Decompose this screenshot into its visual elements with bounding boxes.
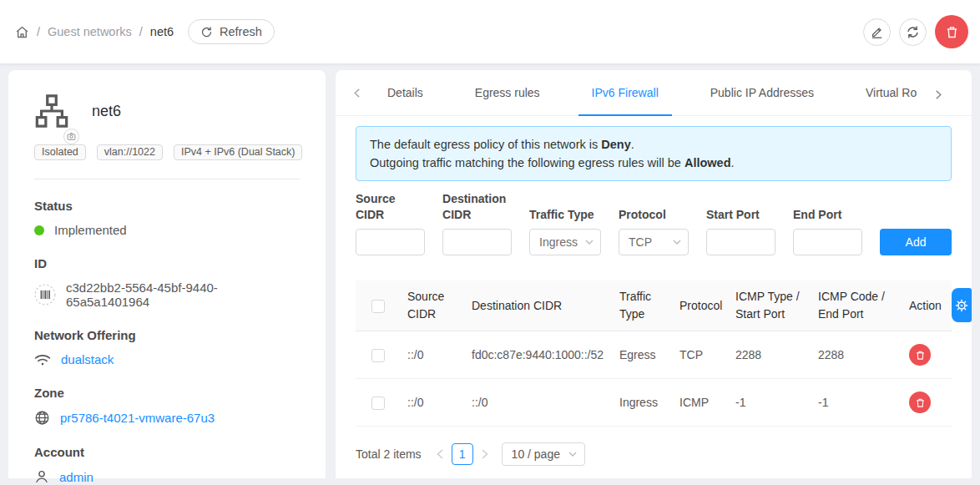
- destination-cidr-input[interactable]: [442, 229, 512, 255]
- row-checkbox[interactable]: [371, 397, 385, 410]
- delete-rule-button[interactable]: [909, 344, 931, 366]
- resource-tags: Isolated vlan://1022 IPv4 + IPv6 (Dual S…: [34, 144, 300, 160]
- top-header: / Guest networks / net6 Refresh: [0, 0, 980, 63]
- delete-network-button[interactable]: [935, 15, 968, 48]
- restart-button[interactable]: [899, 18, 927, 46]
- refresh-button[interactable]: Refresh: [188, 19, 275, 44]
- tag-dualstack: IPv4 + IPv6 (Dual Stack): [174, 144, 303, 160]
- cell-protocol: ICMP: [673, 379, 729, 427]
- network-apartment-icon: [34, 93, 69, 129]
- pagination: Total 2 items 1 10 / page: [356, 442, 952, 466]
- col-protocol: Protocol: [673, 280, 729, 331]
- cell-traffic-type: Ingress: [613, 379, 673, 427]
- tabs-scroll-right-icon[interactable]: [931, 87, 947, 103]
- table-header-row: Source CIDR Destination CIDR Traffic Typ…: [356, 280, 952, 331]
- detail-panel: Details Egress rules IPv6 Firewall Publi…: [336, 70, 972, 478]
- status-dot-green: [34, 225, 44, 235]
- wifi-icon: [34, 353, 51, 366]
- field-source-cidr: Source CIDR: [356, 191, 425, 255]
- col-action: Action: [902, 280, 952, 331]
- network-offering-link[interactable]: dualstack: [61, 352, 114, 366]
- table-row: ::/0 fd0c:c87e:9440:1000::/52 Egress TCP…: [356, 331, 952, 379]
- add-rule-form: Source CIDR Destination CIDR Traffic Typ…: [356, 191, 952, 255]
- tag-isolated: Isolated: [34, 144, 86, 160]
- tab-details[interactable]: Details: [374, 70, 437, 116]
- alert-line-2: Outgoing traffic matching the following …: [370, 154, 937, 172]
- cell-source-cidr: ::/0: [401, 379, 465, 427]
- network-offering-label: Network Offering: [34, 328, 300, 342]
- tab-egress-rules[interactable]: Egress rules: [462, 70, 553, 116]
- col-source-cidr: Source CIDR: [401, 280, 465, 331]
- select-all-checkbox[interactable]: [371, 300, 385, 313]
- account-label: Account: [34, 445, 300, 459]
- traffic-type-value: Ingress: [539, 235, 578, 249]
- pagination-total: Total 2 items: [356, 447, 422, 461]
- page-content: net6 Isolated vlan://1022 IPv4 + IPv6 (D…: [0, 63, 980, 478]
- trash-icon: [915, 350, 926, 361]
- alert-line-1: The default egress policy of this networ…: [370, 135, 937, 154]
- col-traffic-type: Traffic Type: [613, 280, 673, 331]
- header-actions: [863, 15, 968, 48]
- sidebar-divider: [34, 179, 300, 179]
- cell-traffic-type: Egress: [613, 331, 673, 379]
- zone-label: Zone: [34, 386, 300, 400]
- pagination-next-icon[interactable]: [481, 449, 489, 459]
- account-link[interactable]: admin: [59, 470, 93, 484]
- cell-source-cidr: ::/0: [401, 331, 465, 379]
- breadcrumb-guest-networks[interactable]: Guest networks: [48, 25, 132, 38]
- chevron-down-icon: [568, 452, 577, 457]
- row-checkbox[interactable]: [371, 349, 385, 362]
- start-port-input[interactable]: [706, 229, 775, 255]
- cell-icmp-code-end-port: 2288: [811, 331, 902, 379]
- upload-image-badge[interactable]: [63, 129, 79, 144]
- tab-public-ip-addresses[interactable]: Public IP Addresses: [697, 70, 827, 116]
- user-icon: [34, 469, 49, 484]
- destination-cidr-label: Destination CIDR: [442, 191, 512, 229]
- section-status: Status Implemented: [34, 199, 300, 237]
- edit-button[interactable]: [863, 18, 891, 46]
- section-id: ID c3d22bb2-5564-45bf-9440-65a5a1401964: [34, 256, 300, 309]
- trash-icon: [915, 397, 926, 408]
- source-cidr-input[interactable]: [356, 229, 425, 255]
- source-cidr-label: Source CIDR: [356, 191, 425, 229]
- start-port-label: Start Port: [706, 192, 775, 229]
- breadcrumb: / Guest networks / net6 Refresh: [15, 19, 275, 44]
- resource-title: net6: [92, 103, 121, 120]
- cell-destination-cidr: ::/0: [465, 379, 613, 427]
- home-icon[interactable]: [15, 25, 29, 39]
- chevron-down-icon: [673, 240, 681, 245]
- breadcrumb-separator: /: [139, 25, 143, 38]
- protocol-label: Protocol: [619, 192, 689, 229]
- end-port-input[interactable]: [793, 229, 862, 255]
- cell-protocol: TCP: [673, 331, 729, 379]
- breadcrumb-separator: /: [37, 25, 40, 38]
- delete-rule-button[interactable]: [909, 392, 931, 413]
- pagination-prev-icon[interactable]: [436, 449, 444, 459]
- section-account: Account admin: [34, 445, 300, 484]
- status-value: Implemented: [54, 223, 127, 237]
- zone-link[interactable]: pr5786-t4021-vmware-67u3: [60, 411, 215, 425]
- tabs-scroll-left-icon[interactable]: [349, 85, 365, 101]
- status-label: Status: [34, 199, 300, 213]
- field-traffic-type: Traffic Type Ingress: [529, 191, 601, 255]
- traffic-type-select[interactable]: Ingress: [529, 229, 601, 255]
- table-row: ::/0 ::/0 Ingress ICMP -1 -1: [356, 379, 952, 427]
- add-rule-button[interactable]: Add: [880, 229, 952, 255]
- trash-icon: [945, 25, 959, 39]
- tab-virtual-routers[interactable]: Virtual Ro: [852, 70, 930, 116]
- page-size-select[interactable]: 10 / page: [502, 442, 585, 466]
- tab-ipv6-firewall[interactable]: IPv6 Firewall: [578, 70, 672, 116]
- pagination-page-1[interactable]: 1: [452, 443, 473, 465]
- traffic-type-label: Traffic Type: [529, 192, 601, 229]
- protocol-select[interactable]: TCP: [619, 229, 689, 255]
- col-icmp-code-end-port: ICMP Code / End Port: [811, 280, 902, 331]
- rules-table-wrap: Source CIDR Destination CIDR Traffic Typ…: [356, 280, 952, 427]
- ipv6-firewall-panel: The default egress policy of this networ…: [336, 116, 972, 466]
- refresh-label: Refresh: [220, 25, 262, 38]
- field-protocol: Protocol TCP: [619, 191, 689, 255]
- tag-vlan: vlan://1022: [97, 144, 163, 160]
- table-settings-button[interactable]: [952, 288, 972, 322]
- globe-icon: [34, 410, 50, 426]
- section-network-offering: Network Offering dualstack: [34, 328, 300, 366]
- cell-destination-cidr: fd0c:c87e:9440:1000::/52: [465, 331, 613, 379]
